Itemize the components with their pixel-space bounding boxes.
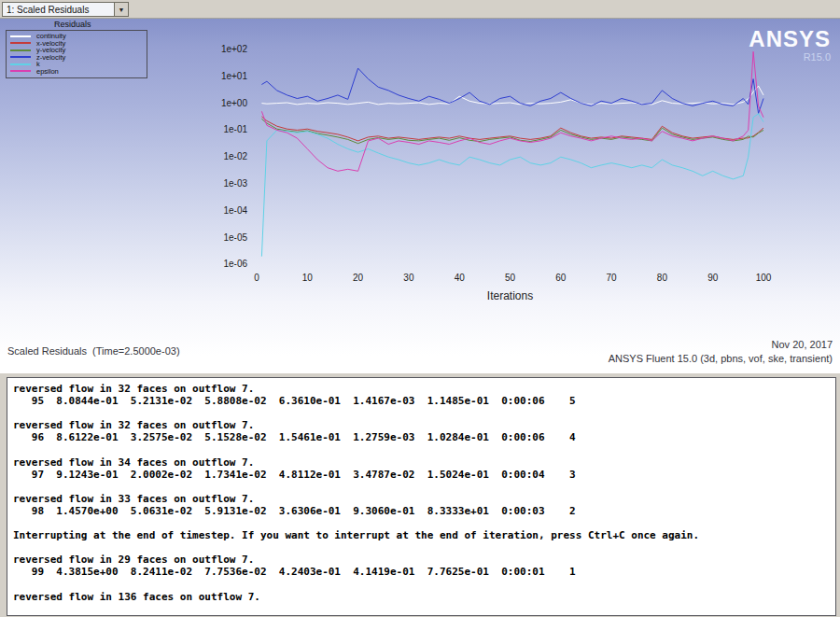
console-line: reversed flow in 33 faces on outflow 7. bbox=[13, 493, 830, 505]
console-line bbox=[13, 579, 830, 591]
chevron-down-icon[interactable]: ▼ bbox=[114, 3, 128, 16]
residual-curve-k bbox=[261, 114, 763, 257]
console-line bbox=[13, 541, 830, 554]
x-tick-label: 60 bbox=[555, 273, 567, 283]
console-line: 97 9.1243e-01 2.0002e-02 1.7341e-02 4.81… bbox=[13, 469, 830, 481]
legend-line-swatch bbox=[10, 35, 31, 37]
legend-item-label: epsilon bbox=[36, 68, 59, 75]
ansys-logo-version: R15.0 bbox=[749, 52, 831, 63]
console-line bbox=[13, 517, 830, 529]
legend-item: x-velocity bbox=[10, 40, 143, 48]
console-line: 98 1.4570e+00 5.0631e-02 5.9131e-02 3.63… bbox=[13, 505, 830, 517]
x-tick-label: 30 bbox=[403, 273, 414, 283]
ansys-logo: ANSYS R15.0 bbox=[749, 28, 831, 63]
x-tick-label: 40 bbox=[455, 273, 466, 283]
console-line: 95 8.0844e-01 5.2131e-02 5.8808e-02 6.36… bbox=[13, 395, 830, 407]
legend-line-swatch bbox=[10, 56, 31, 58]
console-line: 96 8.6122e-01 3.2575e-02 5.1528e-02 1.54… bbox=[13, 431, 830, 443]
legend-item: k bbox=[10, 61, 143, 68]
plot-selector-value: 1: Scaled Residuals bbox=[3, 5, 114, 15]
x-tick-label: 80 bbox=[657, 273, 668, 283]
y-tick-label: 1e-03 bbox=[223, 178, 247, 189]
graphics-window[interactable]: 1e+021e+011e+001e-011e-021e-031e-041e-05… bbox=[0, 19, 840, 373]
legend-item: continuity bbox=[10, 33, 143, 40]
console-line: reversed flow in 136 faces on outflow 7. bbox=[13, 591, 830, 603]
legend-item-label: z-velocity bbox=[36, 54, 65, 61]
y-tick-label: 1e-01 bbox=[223, 124, 247, 134]
app-window: { "titlebar": { "selector_value": "1: Sc… bbox=[0, 0, 840, 617]
legend-item: z-velocity bbox=[10, 54, 143, 62]
x-axis-title: Iterations bbox=[487, 289, 533, 302]
y-tick-label: 1e-04 bbox=[223, 205, 247, 216]
x-tick-label: 10 bbox=[302, 273, 314, 283]
console-line: Interrupting at the end of timestep. If … bbox=[13, 529, 830, 541]
x-tick-label: 90 bbox=[707, 273, 719, 283]
console-line: reversed flow in 34 faces on outflow 7. bbox=[13, 456, 830, 469]
plot-selector-dropdown[interactable]: 1: Scaled Residuals ▼ bbox=[2, 2, 129, 17]
legend-box: continuityx-velocityy-velocityz-velocity… bbox=[6, 30, 147, 78]
x-tick-label: 0 bbox=[254, 273, 259, 283]
legend-line-swatch bbox=[10, 49, 31, 51]
console-line: 99 4.3815e+00 8.2411e-02 7.7536e-02 4.24… bbox=[13, 566, 830, 578]
y-tick-label: 1e-05 bbox=[223, 232, 247, 243]
console-line: reversed flow in 29 faces on outflow 7. bbox=[13, 554, 830, 566]
legend-item: epsilon bbox=[10, 68, 143, 76]
legend-line-swatch bbox=[10, 63, 31, 65]
legend-item: y-velocity bbox=[10, 47, 143, 54]
residual-curve-epsilon bbox=[261, 51, 763, 171]
date-label: Nov 20, 2017 bbox=[772, 339, 833, 350]
plot-caption: Scaled Residuals (Time=2.5000e-03) bbox=[7, 345, 180, 357]
y-tick-label: 1e+01 bbox=[221, 71, 248, 81]
x-tick-label: 100 bbox=[756, 273, 772, 283]
legend-line-swatch bbox=[10, 70, 31, 72]
console-line bbox=[13, 407, 830, 419]
console-line: reversed flow in 32 faces on outflow 7. bbox=[13, 383, 830, 395]
legend-title: Residuals bbox=[54, 20, 147, 29]
legend-line-swatch bbox=[10, 42, 31, 44]
y-tick-label: 1e+00 bbox=[221, 98, 248, 108]
plot-selector-bar: 1: Scaled Residuals ▼ bbox=[0, 0, 840, 19]
console-line bbox=[13, 481, 830, 493]
app-version-label: ANSYS Fluent 15.0 (3d, pbns, vof, ske, t… bbox=[609, 353, 833, 364]
ansys-logo-text: ANSYS bbox=[749, 28, 831, 50]
console-line bbox=[13, 443, 830, 456]
y-tick-label: 1e-02 bbox=[223, 151, 247, 161]
console-line: reversed flow in 32 faces on outflow 7. bbox=[13, 419, 830, 431]
residual-curve-z-velocity bbox=[261, 68, 763, 113]
y-tick-label: 1e-06 bbox=[223, 259, 247, 269]
residuals-legend: Residuals continuityx-velocityy-velocity… bbox=[6, 20, 147, 78]
y-tick-label: 1e+02 bbox=[221, 44, 248, 54]
console-output[interactable]: reversed flow in 32 faces on outflow 7. … bbox=[7, 377, 836, 616]
x-tick-label: 50 bbox=[505, 273, 516, 283]
x-tick-label: 70 bbox=[607, 273, 618, 283]
x-tick-label: 20 bbox=[353, 273, 364, 283]
